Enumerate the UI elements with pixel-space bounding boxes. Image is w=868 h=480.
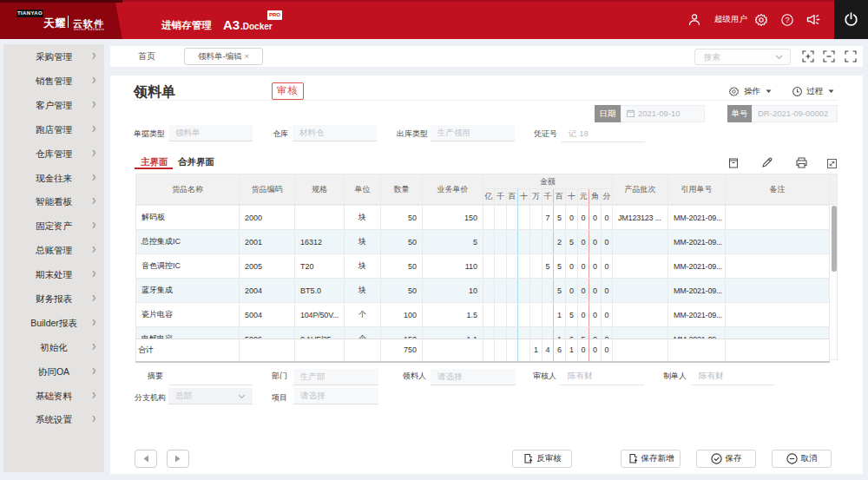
svg-text:?: ?	[785, 16, 789, 24]
